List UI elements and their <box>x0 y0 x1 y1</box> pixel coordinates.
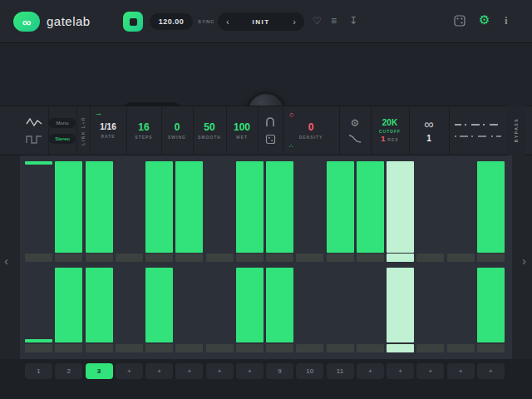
smooth-value[interactable]: 50 <box>204 122 214 132</box>
smooth-wave-icon[interactable] <box>26 116 42 127</box>
strip-segment[interactable] <box>387 254 414 262</box>
pattern-button-15[interactable]: + <box>447 363 475 379</box>
pattern-preview-2-icon[interactable] <box>455 134 501 139</box>
pattern-button-1[interactable]: 1 <box>25 363 52 379</box>
strip-segment[interactable] <box>175 344 203 352</box>
pattern-button-7[interactable]: + <box>206 363 234 379</box>
step-bar[interactable] <box>86 161 113 253</box>
step-bar[interactable] <box>175 161 203 253</box>
strip-segment[interactable] <box>477 344 505 352</box>
favorite-heart-icon[interactable]: ♡ <box>313 16 322 26</box>
play-stop-button[interactable] <box>123 12 143 32</box>
step-bar[interactable] <box>477 161 505 253</box>
step-bar[interactable] <box>357 161 384 253</box>
density-value[interactable]: 0 <box>308 122 314 132</box>
square-wave-icon[interactable] <box>26 134 42 145</box>
strip-segment[interactable] <box>447 344 475 352</box>
pattern-button-14[interactable]: + <box>416 363 444 379</box>
strip-segment[interactable] <box>387 344 414 352</box>
rate-value[interactable]: 1/16 <box>100 123 116 131</box>
strip-segment[interactable] <box>447 254 475 262</box>
pattern-button-5[interactable]: + <box>145 363 173 379</box>
density-circle-icon[interactable]: ○ <box>289 111 293 119</box>
step-bar[interactable] <box>236 268 264 342</box>
strip-segment[interactable] <box>327 344 354 352</box>
stereo-button[interactable]: Stereo <box>49 134 76 144</box>
step-bar[interactable] <box>55 161 82 253</box>
strip-segment[interactable] <box>477 254 505 262</box>
step-bar[interactable] <box>145 268 173 342</box>
strip-segment[interactable] <box>416 344 444 352</box>
strip-segment[interactable] <box>145 344 173 352</box>
step-bar[interactable] <box>86 268 113 342</box>
step-bar[interactable] <box>145 161 173 253</box>
strip-segment[interactable] <box>175 254 203 262</box>
dice-small-icon[interactable] <box>265 134 276 145</box>
step-bar[interactable] <box>25 339 52 342</box>
gear-small-icon[interactable]: ⚙ <box>351 118 360 128</box>
magnet-icon[interactable] <box>264 117 276 127</box>
infinity-icon[interactable]: ∞ <box>424 118 433 131</box>
pattern-button-6[interactable]: + <box>175 363 203 379</box>
pattern-button-12[interactable]: + <box>357 363 384 379</box>
strip-segment[interactable] <box>236 344 264 352</box>
cutoff-value[interactable]: 20K <box>382 119 397 127</box>
res-value[interactable]: 1 <box>381 135 385 143</box>
preset-next-button[interactable]: › <box>293 17 296 27</box>
step-bar[interactable] <box>25 161 52 165</box>
step-bar[interactable] <box>477 268 505 342</box>
strip-segment[interactable] <box>55 254 82 262</box>
preset-prev-button[interactable]: ‹ <box>226 17 229 27</box>
wet-value[interactable]: 100 <box>234 122 250 132</box>
pattern-button-16[interactable]: + <box>477 363 505 379</box>
strip-segment[interactable] <box>25 344 52 352</box>
pattern-button-2[interactable]: 2 <box>55 363 82 379</box>
strip-segment[interactable] <box>86 254 113 262</box>
strip-segment[interactable] <box>296 254 323 262</box>
strip-segment[interactable] <box>296 344 323 352</box>
pattern-button-3[interactable]: 3 <box>86 363 113 379</box>
dice-icon[interactable] <box>454 15 466 27</box>
page-next-icon[interactable]: › <box>522 254 526 267</box>
pattern-button-11[interactable]: 11 <box>327 363 354 379</box>
strip-segment[interactable] <box>266 254 293 262</box>
page-prev-icon[interactable]: ‹ <box>4 254 8 267</box>
strip-segment[interactable] <box>206 344 234 352</box>
step-bar[interactable] <box>266 268 293 342</box>
strip-segment[interactable] <box>236 254 264 262</box>
step-bar[interactable] <box>387 161 414 253</box>
pattern-button-10[interactable]: 10 <box>296 363 323 379</box>
step-bar[interactable] <box>236 161 264 253</box>
strip-segment[interactable] <box>145 254 173 262</box>
strip-segment[interactable] <box>116 344 143 352</box>
filter-slope-icon[interactable] <box>348 134 362 144</box>
preset-list-icon[interactable]: ≡ <box>331 16 337 26</box>
direction-arrow-icon[interactable]: → <box>95 110 102 117</box>
strip-segment[interactable] <box>55 344 82 352</box>
strip-segment[interactable] <box>25 254 52 262</box>
info-icon[interactable]: i <box>505 14 508 27</box>
strip-segment[interactable] <box>357 344 384 352</box>
step-bar[interactable] <box>55 268 82 342</box>
link-lr-toggle[interactable]: LINK L+R <box>81 116 86 145</box>
strip-segment[interactable] <box>116 254 143 262</box>
step-bar[interactable] <box>266 161 293 253</box>
strip-segment[interactable] <box>416 254 444 262</box>
strip-segment[interactable] <box>327 254 354 262</box>
step-bar[interactable] <box>327 161 354 253</box>
sync-toggle[interactable]: SYNC <box>198 19 215 24</box>
pattern-preview-1-icon[interactable] <box>455 122 501 127</box>
pattern-button-8[interactable]: + <box>236 363 264 379</box>
mono-button[interactable]: Mono <box>49 118 76 128</box>
density-dots-icon[interactable]: ∴ <box>289 143 293 149</box>
bpm-display[interactable]: 120.00 <box>150 13 193 30</box>
pattern-button-9[interactable]: 9 <box>266 363 293 379</box>
steps-value[interactable]: 16 <box>138 122 149 132</box>
pattern-button-13[interactable]: + <box>387 363 414 379</box>
pattern-button-4[interactable]: + <box>116 363 143 379</box>
strip-segment[interactable] <box>357 254 384 262</box>
settings-gear-icon[interactable]: ⚙ <box>479 13 490 26</box>
strip-segment[interactable] <box>206 254 234 262</box>
step-bar[interactable] <box>387 268 414 342</box>
strip-segment[interactable] <box>266 344 293 352</box>
